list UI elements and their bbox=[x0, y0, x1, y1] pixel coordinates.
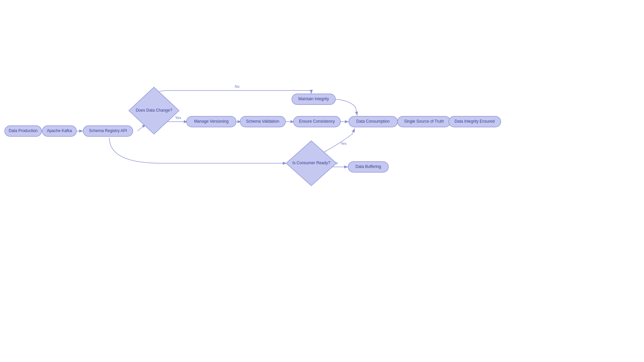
edge-label-yes1: Yes bbox=[175, 116, 181, 120]
node-single-source-of-truth: Single Source of Truth bbox=[397, 116, 450, 127]
node-does-data-change: Does Data Change? bbox=[129, 87, 179, 134]
node-ensure-consistency: Ensure Consistency bbox=[293, 116, 340, 127]
node-data-production: Data Production bbox=[5, 126, 42, 136]
edge-label-yes2: Yes bbox=[340, 141, 346, 145]
node-ensure-consistency-label: Ensure Consistency bbox=[299, 119, 335, 124]
node-data-buffering-label: Data Buffering bbox=[356, 164, 381, 169]
edge-maintain-integrity-data-consumption bbox=[332, 99, 357, 116]
node-manage-versioning-label: Manage Versioning bbox=[194, 119, 229, 124]
node-apache-kafka-label: Apache Kafka bbox=[47, 128, 72, 133]
node-is-consumer-ready: Is Consumer Ready? bbox=[286, 141, 336, 186]
node-data-buffering: Data Buffering bbox=[348, 162, 388, 172]
node-manage-versioning: Manage Versioning bbox=[186, 116, 236, 127]
node-does-data-change-label: Does Data Change? bbox=[136, 108, 172, 113]
node-schema-registry-api-label: Schema Registry API bbox=[89, 128, 127, 133]
node-schema-validation-label: Schema Validation bbox=[246, 119, 279, 124]
node-data-integrity-ensured-label: Data Integrity Ensured bbox=[454, 119, 494, 124]
node-schema-registry-api: Schema Registry API bbox=[83, 126, 133, 136]
node-maintain-integrity: Maintain Integrity bbox=[292, 94, 335, 105]
edge-schema-registry-consumer-ready bbox=[109, 138, 287, 163]
node-single-source-of-truth-label: Single Source of Truth bbox=[404, 119, 444, 124]
node-maintain-integrity-label: Maintain Integrity bbox=[298, 97, 329, 101]
edge-label-no1: No bbox=[235, 84, 239, 88]
node-is-consumer-ready-label: Is Consumer Ready? bbox=[292, 161, 330, 165]
node-schema-validation: Schema Validation bbox=[240, 116, 285, 127]
node-data-consumption: Data Consumption bbox=[349, 116, 397, 127]
node-apache-kafka: Apache Kafka bbox=[42, 126, 76, 136]
edge-diamond-maintain-integrity bbox=[154, 90, 311, 99]
edge-consumer-ready-data-consumption-yes bbox=[323, 128, 355, 153]
node-data-production-label: Data Production bbox=[9, 128, 38, 133]
node-data-consumption-label: Data Consumption bbox=[356, 119, 389, 124]
node-data-integrity-ensured: Data Integrity Ensured bbox=[449, 116, 501, 127]
